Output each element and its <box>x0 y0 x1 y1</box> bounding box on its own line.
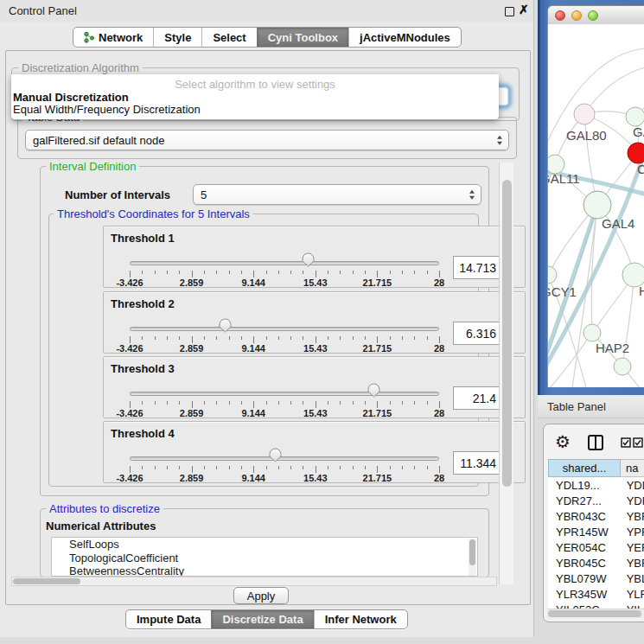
node-label: GAL4 <box>602 216 634 231</box>
table-panel-title: Table Panel <box>547 400 606 413</box>
zoom-traffic-light-icon[interactable] <box>588 10 598 21</box>
table-row[interactable]: YBR045CYBR0 <box>548 555 644 571</box>
table-row[interactable]: YLR345WYLR3 <box>548 586 644 602</box>
network-graph: GAL80GACGAL11GAL4GCY1HHAP2 <box>548 24 644 387</box>
table-row[interactable]: YPR145WYPR1 <box>548 524 644 539</box>
network-window-titlebar[interactable] <box>547 5 644 24</box>
column-header-shared-name[interactable]: shared... <box>548 459 621 477</box>
threshold-panel: Threshold 1 -3.4262.8599.14415.4321.7152… <box>103 226 526 288</box>
slider-handle[interactable] <box>219 318 232 333</box>
close-icon[interactable]: ✗ <box>519 3 529 16</box>
node-label: GA <box>633 124 644 139</box>
interval-definition-group: Interval Definition Number of Intervals … <box>40 166 489 496</box>
number-of-intervals-value: 5 <box>201 188 207 201</box>
network-canvas[interactable]: GAL80GACGAL11GAL4GCY1HHAP2 <box>547 24 644 387</box>
table-row[interactable]: YBL079WYBL0 <box>548 571 644 586</box>
algorithm-dropdown-popup: Select algorithm to view settings Manual… <box>11 74 499 119</box>
horizontal-scrollbar[interactable] <box>11 577 497 586</box>
threshold-slider[interactable] <box>130 456 439 461</box>
threshold-value-field[interactable]: 11.344 <box>453 451 501 475</box>
attribute-list-item[interactable]: SelfLoops <box>52 538 477 552</box>
vertical-scrollbar[interactable] <box>499 163 513 584</box>
table-panel: ⚙ shared... na YDL19...YDL1YDR27...YDR2Y… <box>543 424 644 622</box>
node-hap2[interactable] <box>583 324 601 341</box>
numerical-attributes-list[interactable]: SelfLoopsTopologicalCoefficientBetweenne… <box>51 537 478 577</box>
threshold-value-field[interactable]: 6.316 <box>453 322 501 345</box>
checkboxes-icon[interactable] <box>621 437 643 449</box>
table-panel-header: Table Panel <box>538 395 644 418</box>
node-bottom[interactable] <box>614 358 631 375</box>
attribute-list-item[interactable]: TopologicalCoefficient <box>52 552 477 565</box>
threshold-label: Threshold 4 <box>111 427 175 440</box>
control-panel-titlebar: Control Panel ✗ <box>0 0 533 22</box>
tab-network[interactable]: Network <box>73 28 153 47</box>
table-row[interactable]: YER054CYER0 <box>548 539 644 555</box>
threshold-panel: Threshold 2 -3.4262.8599.14415.4321.7152… <box>103 291 526 354</box>
dropdown-option-equal-width-frequency[interactable]: Equal Width/Frequency Discretization <box>13 103 201 116</box>
tab-infer-network[interactable]: Infer Network <box>314 610 407 628</box>
columns-icon[interactable] <box>587 434 604 451</box>
float-window-icon[interactable] <box>505 7 514 16</box>
thresholds-group-label: Threshold's Coordinates for 5 Intervals <box>54 207 253 220</box>
threshold-panel: Threshold 4 -3.4262.8599.14415.4321.7152… <box>103 421 526 483</box>
table-toolbar: ⚙ <box>544 430 644 456</box>
slider-handle[interactable] <box>269 448 282 462</box>
combo-stepper-icon <box>497 136 502 145</box>
node-label: GAL11 <box>548 171 580 186</box>
threshold-value-field[interactable]: 21.4 <box>453 386 501 410</box>
control-panel-tabs: Network Style Select Cyni Toolbox jActiv… <box>73 27 462 48</box>
number-of-intervals-label: Number of Intervals <box>65 188 170 201</box>
minimize-traffic-light-icon[interactable] <box>571 10 582 21</box>
threshold-panel: Threshold 3 -3.4262.8599.14415.4321.7152… <box>103 356 526 418</box>
dropdown-option-manual-discretization[interactable]: Manual Discretization <box>13 91 129 104</box>
node-label: GAL80 <box>566 128 607 143</box>
tab-select[interactable]: Select <box>201 28 256 47</box>
threshold-slider[interactable] <box>130 327 439 331</box>
slider-handle[interactable] <box>367 383 380 398</box>
table-row[interactable]: YDL19...YDL1 <box>548 477 644 493</box>
control-panel-window: Control Panel ✗ Network Style Select Cyn… <box>0 0 534 637</box>
discretization-algorithm-label: Discretization Algorithm <box>18 61 143 74</box>
column-header-name[interactable]: na <box>621 459 644 477</box>
number-of-intervals-combobox[interactable]: 5 <box>193 184 481 205</box>
tab-cyni-toolbox[interactable]: Cyni Toolbox <box>257 28 348 47</box>
tab-discretize-data[interactable]: Discretize Data <box>211 610 313 628</box>
slider-handle[interactable] <box>302 252 315 267</box>
numerical-attributes-label: Numerical Attributes <box>46 520 156 532</box>
table-header-row: shared... na <box>548 459 644 477</box>
node-label: H <box>639 284 644 298</box>
node-label: C <box>637 162 644 176</box>
tab-jactivemnodules[interactable]: jActiveMNodules <box>348 28 461 47</box>
node-gcy1[interactable] <box>548 266 557 284</box>
tab-network-label: Network <box>99 31 143 44</box>
threshold-slider[interactable] <box>130 261 439 265</box>
threshold-value-field[interactable]: 14.713 <box>453 256 501 279</box>
list-scrollbar[interactable] <box>469 539 476 577</box>
table-row[interactable]: YIL052CYIL0 <box>548 602 644 609</box>
tab-style[interactable]: Style <box>153 28 201 47</box>
threshold-slider[interactable] <box>130 392 439 396</box>
threshold-label: Threshold 1 <box>111 232 175 245</box>
attribute-list-item[interactable]: BetweennessCentrality <box>52 564 477 577</box>
table-horizontal-scrollbar[interactable] <box>547 609 644 618</box>
node-gal4[interactable] <box>583 191 611 219</box>
apply-button[interactable]: Apply <box>233 587 289 604</box>
threshold-label: Threshold 2 <box>111 297 175 310</box>
combo-stepper-icon <box>469 190 475 200</box>
tab-impute-data[interactable]: Impute Data <box>126 610 211 628</box>
network-icon <box>84 31 94 43</box>
attributes-group-label: Attributes to discretize <box>46 502 163 515</box>
table-body[interactable]: YDL19...YDL1YDR27...YDR2YBR043CYBR0YPR14… <box>548 477 644 609</box>
node-partial-top[interactable] <box>626 107 644 126</box>
node-red-selected[interactable] <box>628 143 644 163</box>
table-row[interactable]: YBR043CYBR0 <box>548 508 644 524</box>
table-data-group: Table Data galFiltered.sif default node <box>17 117 517 159</box>
table-data-combobox[interactable]: galFiltered.sif default node <box>25 130 509 150</box>
dropdown-hint: Select algorithm to view settings <box>11 78 499 91</box>
gear-icon[interactable]: ⚙ <box>555 431 571 452</box>
attributes-group: Attributes to discretize Numerical Attri… <box>40 508 489 577</box>
close-traffic-light-icon[interactable] <box>555 10 565 21</box>
thresholds-group: Threshold's Coordinates for 5 Intervals … <box>48 214 479 487</box>
node-gal80[interactable] <box>574 104 595 124</box>
table-row[interactable]: YDR27...YDR2 <box>548 493 644 508</box>
